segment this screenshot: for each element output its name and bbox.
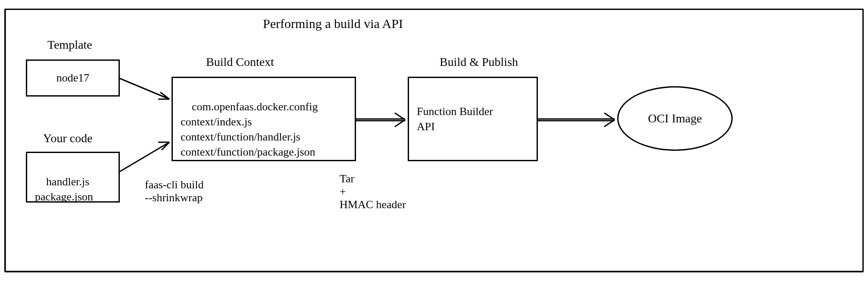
- tar-hmac-note: Tar + HMAC header: [340, 172, 406, 211]
- template-box: node17: [26, 59, 120, 97]
- oci-image-ellipse: OCI Image: [617, 86, 733, 151]
- function-builder-box: Function Builder API: [408, 77, 538, 161]
- build-context-label: Build Context: [206, 55, 274, 69]
- oci-image-text: OCI Image: [648, 112, 702, 125]
- your-code-label: Your code: [43, 131, 93, 145]
- build-context-box: com.openfaas.docker.config context/index…: [172, 77, 356, 161]
- shrinkwrap-note: faas-cli build --shrinkwrap: [145, 178, 203, 204]
- your-code-box-text: handler.js package.json: [35, 175, 93, 203]
- template-label: Template: [47, 38, 92, 52]
- build-context-box-text: com.openfaas.docker.config context/index…: [181, 100, 318, 158]
- template-box-text: node17: [56, 70, 90, 85]
- diagram-canvas: Performing a build via API Template Your…: [0, 0, 868, 281]
- build-publish-label: Build & Publish: [440, 55, 518, 69]
- your-code-box: handler.js package.json: [26, 152, 120, 203]
- diagram-title: Performing a build via API: [263, 16, 403, 31]
- function-builder-box-text: Function Builder API: [417, 104, 493, 134]
